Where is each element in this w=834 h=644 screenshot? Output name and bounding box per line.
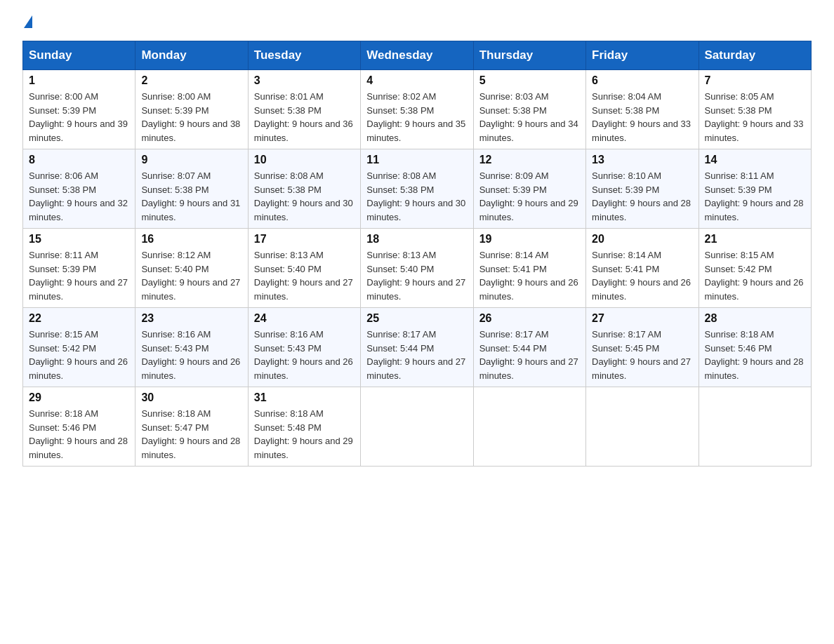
- calendar-cell: 25 Sunrise: 8:17 AMSunset: 5:44 PMDaylig…: [361, 308, 473, 387]
- day-number: 8: [29, 154, 129, 166]
- calendar-cell: 18 Sunrise: 8:13 AMSunset: 5:40 PMDaylig…: [361, 229, 473, 308]
- logo-blue-text: [22, 17, 32, 29]
- day-number: 26: [479, 312, 580, 325]
- day-number: 24: [254, 312, 355, 325]
- calendar-cell: [586, 387, 699, 467]
- day-number: 21: [705, 233, 805, 246]
- day-info: Sunrise: 8:02 AMSunset: 5:38 PMDaylight:…: [366, 91, 465, 143]
- calendar-cell: 20 Sunrise: 8:14 AMSunset: 5:41 PMDaylig…: [586, 229, 699, 308]
- day-info: Sunrise: 8:15 AMSunset: 5:42 PMDaylight:…: [29, 329, 128, 381]
- day-info: Sunrise: 8:15 AMSunset: 5:42 PMDaylight:…: [705, 250, 804, 302]
- week-row-4: 22 Sunrise: 8:15 AMSunset: 5:42 PMDaylig…: [23, 308, 812, 387]
- calendar-cell: 14 Sunrise: 8:11 AMSunset: 5:39 PMDaylig…: [699, 149, 811, 229]
- week-row-1: 1 Sunrise: 8:00 AMSunset: 5:39 PMDayligh…: [23, 70, 812, 149]
- calendar-cell: 24 Sunrise: 8:16 AMSunset: 5:43 PMDaylig…: [248, 308, 360, 387]
- calendar-cell: [361, 387, 473, 467]
- day-info: Sunrise: 8:13 AMSunset: 5:40 PMDaylight:…: [366, 250, 465, 302]
- calendar-table: SundayMondayTuesdayWednesdayThursdayFrid…: [22, 41, 812, 467]
- day-number: 18: [366, 233, 467, 246]
- calendar-cell: 6 Sunrise: 8:04 AMSunset: 5:38 PMDayligh…: [586, 70, 699, 149]
- day-info: Sunrise: 8:08 AMSunset: 5:38 PMDaylight:…: [254, 170, 353, 222]
- day-info: Sunrise: 8:11 AMSunset: 5:39 PMDaylight:…: [705, 170, 804, 222]
- day-number: 10: [254, 154, 355, 166]
- day-info: Sunrise: 8:14 AMSunset: 5:41 PMDaylight:…: [479, 250, 578, 302]
- day-number: 27: [592, 312, 692, 325]
- day-info: Sunrise: 8:01 AMSunset: 5:38 PMDaylight:…: [254, 91, 353, 143]
- header-cell-saturday: Saturday: [699, 41, 811, 70]
- calendar-cell: 13 Sunrise: 8:10 AMSunset: 5:39 PMDaylig…: [586, 149, 699, 229]
- calendar-cell: 29 Sunrise: 8:18 AMSunset: 5:46 PMDaylig…: [23, 387, 135, 467]
- day-info: Sunrise: 8:17 AMSunset: 5:44 PMDaylight:…: [479, 329, 578, 381]
- day-info: Sunrise: 8:09 AMSunset: 5:39 PMDaylight:…: [479, 170, 578, 222]
- calendar-header: SundayMondayTuesdayWednesdayThursdayFrid…: [23, 41, 812, 70]
- calendar-cell: 27 Sunrise: 8:17 AMSunset: 5:45 PMDaylig…: [586, 308, 699, 387]
- header-cell-wednesday: Wednesday: [361, 41, 473, 70]
- day-info: Sunrise: 8:08 AMSunset: 5:38 PMDaylight:…: [366, 170, 465, 222]
- day-number: 19: [479, 233, 580, 246]
- day-number: 16: [141, 233, 241, 246]
- calendar-cell: 1 Sunrise: 8:00 AMSunset: 5:39 PMDayligh…: [23, 70, 135, 149]
- calendar-cell: 3 Sunrise: 8:01 AMSunset: 5:38 PMDayligh…: [248, 70, 360, 149]
- header-cell-thursday: Thursday: [473, 41, 585, 70]
- calendar-cell: 23 Sunrise: 8:16 AMSunset: 5:43 PMDaylig…: [135, 308, 248, 387]
- header-cell-sunday: Sunday: [23, 41, 135, 70]
- day-number: 2: [141, 74, 241, 87]
- day-info: Sunrise: 8:17 AMSunset: 5:44 PMDaylight:…: [366, 329, 465, 381]
- day-info: Sunrise: 8:00 AMSunset: 5:39 PMDaylight:…: [141, 91, 240, 143]
- day-info: Sunrise: 8:06 AMSunset: 5:38 PMDaylight:…: [29, 170, 128, 222]
- calendar-cell: 30 Sunrise: 8:18 AMSunset: 5:47 PMDaylig…: [135, 387, 248, 467]
- day-number: 22: [29, 312, 129, 325]
- header-cell-monday: Monday: [135, 41, 248, 70]
- calendar-cell: 16 Sunrise: 8:12 AMSunset: 5:40 PMDaylig…: [135, 229, 248, 308]
- week-row-3: 15 Sunrise: 8:11 AMSunset: 5:39 PMDaylig…: [23, 229, 812, 308]
- day-number: 11: [366, 154, 467, 166]
- day-number: 28: [705, 312, 805, 325]
- day-number: 1: [29, 74, 129, 87]
- day-info: Sunrise: 8:16 AMSunset: 5:43 PMDaylight:…: [141, 329, 240, 381]
- day-number: 29: [29, 391, 129, 404]
- day-info: Sunrise: 8:05 AMSunset: 5:38 PMDaylight:…: [705, 91, 804, 143]
- day-number: 23: [141, 312, 241, 325]
- calendar-cell: 21 Sunrise: 8:15 AMSunset: 5:42 PMDaylig…: [699, 229, 811, 308]
- header-row: SundayMondayTuesdayWednesdayThursdayFrid…: [23, 41, 812, 70]
- day-info: Sunrise: 8:16 AMSunset: 5:43 PMDaylight:…: [254, 329, 353, 381]
- calendar-cell: 19 Sunrise: 8:14 AMSunset: 5:41 PMDaylig…: [473, 229, 585, 308]
- day-info: Sunrise: 8:17 AMSunset: 5:45 PMDaylight:…: [592, 329, 691, 381]
- day-number: 17: [254, 233, 355, 246]
- day-number: 15: [29, 233, 129, 246]
- calendar-cell: 2 Sunrise: 8:00 AMSunset: 5:39 PMDayligh…: [135, 70, 248, 149]
- day-number: 7: [705, 74, 805, 87]
- calendar-cell: 22 Sunrise: 8:15 AMSunset: 5:42 PMDaylig…: [23, 308, 135, 387]
- calendar-cell: [699, 387, 811, 467]
- day-number: 6: [592, 74, 692, 87]
- day-number: 5: [479, 74, 580, 87]
- week-row-2: 8 Sunrise: 8:06 AMSunset: 5:38 PMDayligh…: [23, 149, 812, 229]
- calendar-cell: 7 Sunrise: 8:05 AMSunset: 5:38 PMDayligh…: [699, 70, 811, 149]
- day-info: Sunrise: 8:14 AMSunset: 5:41 PMDaylight:…: [592, 250, 691, 302]
- day-info: Sunrise: 8:18 AMSunset: 5:47 PMDaylight:…: [141, 408, 240, 460]
- day-info: Sunrise: 8:03 AMSunset: 5:38 PMDaylight:…: [479, 91, 578, 143]
- calendar-cell: 28 Sunrise: 8:18 AMSunset: 5:46 PMDaylig…: [699, 308, 811, 387]
- calendar-cell: 12 Sunrise: 8:09 AMSunset: 5:39 PMDaylig…: [473, 149, 585, 229]
- day-info: Sunrise: 8:11 AMSunset: 5:39 PMDaylight:…: [29, 250, 128, 302]
- calendar-cell: 15 Sunrise: 8:11 AMSunset: 5:39 PMDaylig…: [23, 229, 135, 308]
- day-info: Sunrise: 8:07 AMSunset: 5:38 PMDaylight:…: [141, 170, 240, 222]
- logo: [22, 17, 32, 29]
- page-header: [22, 17, 812, 29]
- day-number: 20: [592, 233, 692, 246]
- day-number: 30: [141, 391, 241, 404]
- day-number: 12: [479, 154, 580, 166]
- day-info: Sunrise: 8:13 AMSunset: 5:40 PMDaylight:…: [254, 250, 353, 302]
- day-number: 13: [592, 154, 692, 166]
- calendar-cell: [473, 387, 585, 467]
- day-info: Sunrise: 8:04 AMSunset: 5:38 PMDaylight:…: [592, 91, 691, 143]
- day-number: 14: [705, 154, 805, 166]
- day-info: Sunrise: 8:12 AMSunset: 5:40 PMDaylight:…: [141, 250, 240, 302]
- day-number: 4: [366, 74, 467, 87]
- day-info: Sunrise: 8:18 AMSunset: 5:46 PMDaylight:…: [29, 408, 128, 460]
- day-number: 25: [366, 312, 467, 325]
- calendar-cell: 8 Sunrise: 8:06 AMSunset: 5:38 PMDayligh…: [23, 149, 135, 229]
- day-info: Sunrise: 8:18 AMSunset: 5:48 PMDaylight:…: [254, 408, 353, 460]
- calendar-cell: 5 Sunrise: 8:03 AMSunset: 5:38 PMDayligh…: [473, 70, 585, 149]
- day-number: 9: [141, 154, 241, 166]
